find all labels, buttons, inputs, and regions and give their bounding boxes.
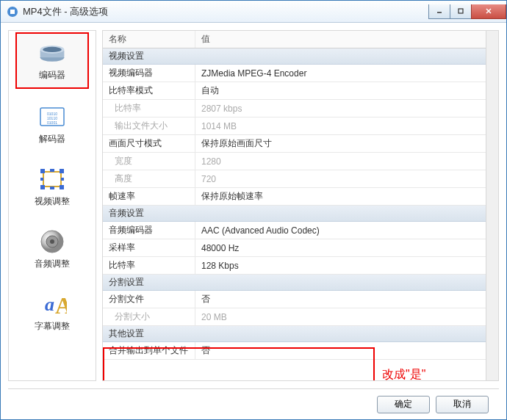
table-row: 高度720 bbox=[103, 170, 498, 188]
cell-value: 20 MB bbox=[195, 312, 498, 322]
table-row[interactable]: 合并输出到单个文件否 bbox=[103, 342, 498, 360]
svg-rect-22 bbox=[61, 178, 64, 181]
table-blank bbox=[103, 360, 498, 380]
audio-adjust-icon bbox=[37, 230, 67, 253]
table-row[interactable]: 画面尺寸模式保持原始画面尺寸 bbox=[103, 135, 498, 153]
cell-value[interactable]: 48000 Hz bbox=[195, 243, 498, 253]
video-adjust-icon bbox=[37, 167, 67, 191]
window-frame: MP4文件 - 高级选项 编码器 010101011001001 解码器 bbox=[0, 0, 507, 420]
sidebar-item-label: 解码器 bbox=[39, 133, 65, 145]
sidebar-item-label: 视频调整 bbox=[35, 195, 70, 208]
header-value: 值 bbox=[195, 33, 498, 46]
cancel-button[interactable]: 取消 bbox=[436, 396, 489, 413]
table-row: 比特率2807 kbps bbox=[103, 100, 498, 117]
cell-value: 720 bbox=[195, 174, 498, 184]
section-header[interactable]: 音频设置 bbox=[103, 206, 498, 222]
table-body: 视频设置视频编码器ZJMedia MPEG-4 Encoder比特率模式自动比特… bbox=[103, 48, 498, 360]
encoder-icon bbox=[37, 41, 67, 65]
svg-rect-17 bbox=[40, 185, 45, 189]
sidebar-item-label: 编码器 bbox=[39, 69, 65, 82]
section-title: 分割设置 bbox=[103, 275, 144, 290]
table-row: 分割大小20 MB bbox=[103, 308, 498, 326]
cell-value: 2807 kbps bbox=[195, 104, 498, 114]
decoder-icon: 010101011001001 bbox=[37, 105, 67, 128]
section-title: 其他设置 bbox=[103, 326, 144, 341]
cell-value[interactable]: 自动 bbox=[195, 84, 498, 97]
cell-name: 高度 bbox=[103, 170, 195, 187]
cell-value[interactable]: 保持原始帧速率 bbox=[195, 190, 498, 203]
svg-rect-18 bbox=[60, 185, 64, 189]
section-title: 视频设置 bbox=[103, 48, 144, 64]
titlebar[interactable]: MP4文件 - 高级选项 bbox=[1, 1, 506, 23]
svg-rect-15 bbox=[40, 169, 45, 173]
svg-text:a: a bbox=[45, 294, 54, 315]
window-title: MP4文件 - 高级选项 bbox=[23, 5, 429, 18]
ok-button[interactable]: 确定 bbox=[377, 396, 430, 413]
sidebar-item-decoder[interactable]: 010101011001001 解码器 bbox=[15, 98, 89, 151]
cell-name: 宽度 bbox=[103, 153, 195, 170]
close-button[interactable] bbox=[471, 4, 506, 19]
cell-value: 1280 bbox=[195, 156, 498, 167]
table-row[interactable]: 视频编码器ZJMedia MPEG-4 Encoder bbox=[103, 65, 498, 82]
cell-value: 1014 MB bbox=[195, 121, 498, 131]
maximize-button[interactable] bbox=[450, 4, 472, 19]
sidebar-item-audio-adjust[interactable]: 音频调整 bbox=[15, 222, 89, 276]
cell-name: 比特率 bbox=[103, 100, 195, 117]
table-row[interactable]: 比特率128 Kbps bbox=[103, 257, 498, 275]
sidebar-item-label: 音频调整 bbox=[35, 258, 70, 270]
table-row[interactable]: 分割文件否 bbox=[103, 291, 498, 308]
app-icon bbox=[7, 6, 18, 18]
header-name: 名称 bbox=[103, 31, 195, 48]
cell-name: 分割大小 bbox=[103, 308, 195, 325]
svg-rect-19 bbox=[50, 169, 54, 172]
cell-name: 音频编码器 bbox=[103, 222, 195, 239]
table-header: 名称 值 bbox=[103, 31, 498, 48]
sidebar-item-encoder[interactable]: 编码器 bbox=[15, 32, 89, 89]
settings-table: 名称 值 视频设置视频编码器ZJMedia MPEG-4 Encoder比特率模… bbox=[102, 30, 499, 381]
cell-value[interactable]: 保持原始画面尺寸 bbox=[195, 137, 498, 150]
cell-name: 帧速率 bbox=[103, 188, 195, 205]
sidebar-item-subtitle-adjust[interactable]: aA 字幕调整 bbox=[15, 285, 89, 338]
cell-name: 比特率模式 bbox=[103, 82, 195, 99]
svg-rect-3 bbox=[459, 9, 463, 13]
cell-value[interactable]: ZJMedia MPEG-4 Encoder bbox=[195, 68, 498, 79]
cell-name: 采样率 bbox=[103, 239, 195, 256]
cell-name: 输出文件大小 bbox=[103, 117, 195, 134]
svg-rect-16 bbox=[60, 169, 64, 173]
table-row[interactable]: 比特率模式自动 bbox=[103, 82, 498, 100]
subtitle-adjust-icon: aA bbox=[37, 292, 67, 316]
svg-point-25 bbox=[50, 239, 54, 244]
cell-value[interactable]: AAC (Advanced Audio Codec) bbox=[195, 225, 498, 236]
table-row[interactable]: 音频编码器AAC (Advanced Audio Codec) bbox=[103, 222, 498, 239]
minimize-button[interactable] bbox=[428, 4, 450, 19]
svg-rect-20 bbox=[50, 187, 54, 189]
table-row: 输出文件大小1014 MB bbox=[103, 117, 498, 135]
svg-rect-14 bbox=[43, 172, 61, 187]
svg-point-9 bbox=[43, 47, 61, 52]
cell-value[interactable]: 128 Kbps bbox=[195, 261, 498, 271]
svg-text:A: A bbox=[55, 292, 67, 316]
dialog-footer: 确定 取消 bbox=[8, 388, 499, 419]
cell-name: 视频编码器 bbox=[103, 65, 195, 82]
svg-rect-1 bbox=[10, 10, 15, 14]
section-title: 音频设置 bbox=[103, 206, 144, 221]
cell-value[interactable]: 否 bbox=[195, 344, 498, 357]
table-row[interactable]: 帧速率保持原始帧速率 bbox=[103, 188, 498, 206]
section-header[interactable]: 视频设置 bbox=[103, 48, 498, 65]
table-row[interactable]: 采样率48000 Hz bbox=[103, 239, 498, 257]
cell-name: 分割文件 bbox=[103, 291, 195, 308]
content-area: 编码器 010101011001001 解码器 视频调整 音频调整 bbox=[1, 23, 506, 388]
sidebar-item-label: 字幕调整 bbox=[35, 320, 70, 333]
svg-rect-21 bbox=[40, 178, 43, 181]
cell-name: 画面尺寸模式 bbox=[103, 135, 195, 152]
svg-text:01001: 01001 bbox=[47, 120, 57, 125]
vertical-scrollbar[interactable] bbox=[486, 31, 498, 380]
sidebar-item-video-adjust[interactable]: 视频调整 bbox=[15, 160, 89, 214]
window-controls bbox=[429, 4, 506, 19]
cell-name: 比特率 bbox=[103, 257, 195, 274]
table-row: 宽度1280 bbox=[103, 153, 498, 170]
section-header[interactable]: 其他设置 bbox=[103, 326, 498, 342]
section-header[interactable]: 分割设置 bbox=[103, 275, 498, 291]
sidebar: 编码器 010101011001001 解码器 视频调整 音频调整 bbox=[8, 30, 96, 381]
cell-value[interactable]: 否 bbox=[195, 293, 498, 305]
